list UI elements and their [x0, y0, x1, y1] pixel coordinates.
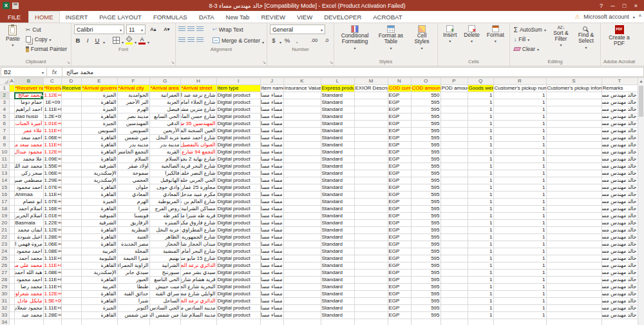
cell-N5[interactable]: EGP [388, 113, 411, 121]
cell-F10[interactable]: التجمع الخامس [117, 149, 149, 156]
cell-G1[interactable]: *Arrival area [149, 85, 180, 92]
cell-B7[interactable]: علاء عمر [14, 128, 43, 135]
cell-J20[interactable]: مساء مساء [260, 220, 283, 227]
cell-E30[interactable]: القاهرة [81, 291, 117, 298]
cell-K14[interactable] [283, 177, 321, 184]
cell-J5[interactable]: مساء مساء [260, 113, 283, 121]
cell-E29[interactable]: الغربية [81, 284, 117, 291]
cell-B5[interactable]: ziad hussi [14, 113, 43, 121]
cell-E17[interactable]: الجيزة [81, 199, 117, 206]
row-header-6[interactable]: 6 [0, 121, 9, 128]
cell-J14[interactable]: مساء مساء [260, 177, 283, 184]
scrollbar-up-icon[interactable]: ▲ [638, 78, 644, 84]
cell-T8[interactable]: خالد مهندس مساء [601, 135, 638, 142]
cell-K25[interactable] [283, 255, 321, 262]
cell-F15[interactable]: حلوان [117, 184, 149, 192]
row-header-19[interactable]: 19 [0, 213, 9, 220]
cell-L7[interactable]: Standard [321, 128, 354, 135]
comma-format-button[interactable]: , [293, 37, 301, 44]
cell-G10[interactable]: القرية [149, 149, 180, 156]
cell-B32[interactable]: محمود شعلان [14, 305, 43, 312]
cell-C23[interactable]: 1.06E+09 [43, 241, 61, 248]
cell-S20[interactable] [546, 220, 601, 227]
cell-Q17[interactable]: 1 [468, 199, 493, 206]
cell-E19[interactable]: المنوفية [81, 213, 117, 220]
cell-M31[interactable] [354, 298, 388, 305]
cell-T3[interactable]: خالد مهندس مساء [601, 99, 638, 106]
cell-R34[interactable] [493, 319, 546, 325]
cell-D11[interactable] [61, 156, 81, 163]
row-header-22[interactable]: 22 [0, 234, 9, 241]
cell-J3[interactable]: مساء مساء [260, 99, 283, 106]
cell-D14[interactable] [61, 177, 81, 184]
cell-I2[interactable]: Digital product [216, 92, 260, 99]
cell-T19[interactable]: خالد مهندس مساء [601, 213, 638, 220]
cell-J28[interactable]: مساء مساء [260, 277, 283, 284]
column-header-B[interactable]: B [14, 78, 43, 85]
cell-Q2[interactable]: 1 [468, 92, 493, 99]
cell-T4[interactable]: خالد مهندس مساء [601, 106, 638, 113]
cell-N29[interactable]: EGP [388, 284, 411, 291]
cell-O26[interactable]: 595 [411, 262, 440, 270]
cell-M19[interactable] [354, 213, 388, 220]
column-header-E[interactable]: E [81, 78, 117, 85]
cell-M34[interactable] [354, 319, 388, 325]
cell-P28[interactable] [440, 277, 468, 284]
cell-S31[interactable] [546, 298, 601, 305]
cell-M4[interactable] [354, 106, 388, 113]
cell-L18[interactable]: Standard [321, 206, 354, 213]
row-header-3[interactable]: 3 [0, 99, 9, 106]
cell-T5[interactable]: خالد مهندس مساء [601, 113, 638, 121]
cell-S3[interactable] [546, 99, 601, 106]
cell-I8[interactable]: Digital product [216, 135, 260, 142]
cell-P13[interactable] [440, 170, 468, 177]
cell-G15[interactable]: وادي حوف [149, 184, 180, 192]
cell-M9[interactable] [354, 142, 388, 149]
cell-C1[interactable]: *Receiver's ph [43, 85, 61, 92]
column-header-C[interactable]: C [43, 78, 61, 85]
cell-I33[interactable]: Digital product [216, 312, 260, 319]
cell-K1[interactable]: Insurance Value [283, 85, 321, 92]
cell-N22[interactable]: EGP [388, 234, 411, 241]
cell-E3[interactable]: القاهرة [81, 99, 117, 106]
cell-T21[interactable]: خالد مهندس مساء [601, 227, 638, 234]
cell-T25[interactable]: خالد مهندس مساء [601, 255, 638, 262]
cell-P21[interactable] [440, 227, 468, 234]
cell-D27[interactable] [61, 270, 81, 277]
cell-O29[interactable]: 595 [411, 284, 440, 291]
cell-T22[interactable]: خالد مهندس مساء [601, 234, 638, 241]
cell-D22[interactable] [61, 234, 81, 241]
cell-J21[interactable]: مساء مساء [260, 227, 283, 234]
cell-P17[interactable] [440, 199, 468, 206]
row-header-21[interactable]: 21 [0, 227, 9, 234]
cell-H25[interactable]: شارع 15 مايو متفرع من الترعة [180, 255, 216, 262]
cell-G6[interactable]: الدقي [149, 121, 180, 128]
cell-Q33[interactable]: 1 [468, 312, 493, 319]
cell-T7[interactable]: خالد مهندس مساء [601, 128, 638, 135]
cell-Q16[interactable]: 1 [468, 192, 493, 199]
cell-J29[interactable]: مساء مساء [260, 284, 283, 291]
cell-Q31[interactable]: 1 [468, 298, 493, 305]
cell-D24[interactable] [61, 248, 81, 255]
cell-D18[interactable] [61, 206, 81, 213]
cell-G11[interactable]: السلام [149, 156, 180, 163]
cell-L27[interactable]: Standard [321, 270, 354, 277]
row-header-12[interactable]: 12 [0, 163, 9, 170]
cell-S7[interactable] [546, 128, 601, 135]
cell-A11[interactable] [9, 156, 14, 163]
cell-G12[interactable]: الصالحية [149, 163, 180, 170]
cell-B30[interactable]: محمد شعراوي [14, 291, 43, 298]
cell-K9[interactable] [283, 142, 321, 149]
cell-O13[interactable]: 595 [411, 170, 440, 177]
cell-A16[interactable] [9, 192, 14, 199]
cell-T27[interactable]: خالد مهندس مساء [601, 270, 638, 277]
cell-B23[interactable]: مروة فهمي العطار [14, 241, 43, 248]
row-header-11[interactable]: 11 [0, 156, 9, 163]
cell-R30[interactable]: 1 [493, 291, 546, 298]
cell-J15[interactable]: مساء مساء [260, 184, 283, 192]
cell-H30[interactable]: الوايلي شارع مصر والسودان [180, 291, 216, 298]
cell-T14[interactable]: خالد مهندس مساء [601, 177, 638, 184]
cell-K29[interactable] [283, 284, 321, 291]
cell-K30[interactable] [283, 291, 321, 298]
cell-M32[interactable] [354, 305, 388, 312]
